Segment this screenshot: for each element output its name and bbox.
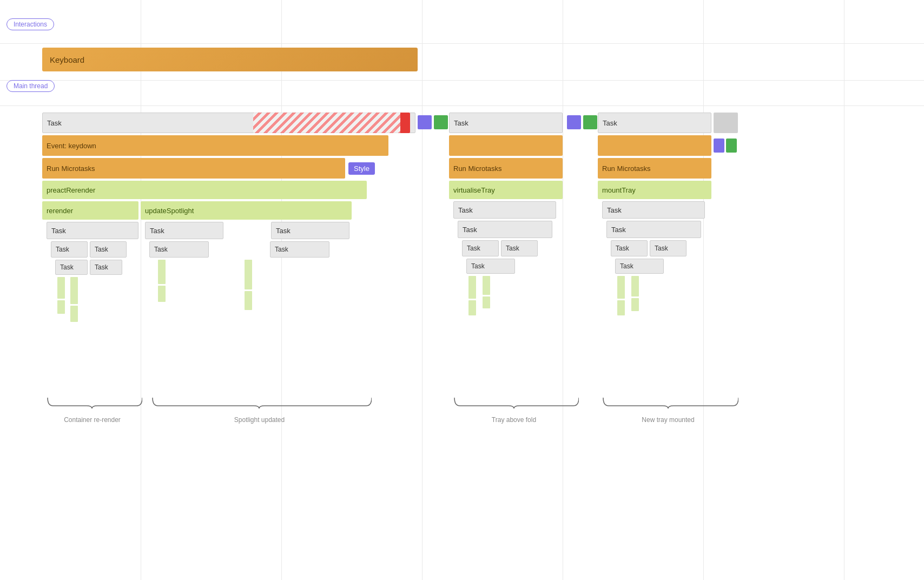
orange-bar-right2 [598, 135, 711, 156]
purple-square-left [418, 115, 432, 129]
main-thread-label: Main thread [6, 80, 55, 92]
left-section: Task Event: keydown Run Microtasks Style… [42, 113, 415, 324]
orange-bar-right1 [449, 135, 563, 156]
brace-container-2: Spotlight updated [147, 395, 372, 424]
hatch-overlay [253, 113, 410, 133]
mini-bar-r2-3 [631, 276, 639, 296]
style-button[interactable]: Style [348, 162, 375, 175]
right-section-1: Task Run Microtasks virtualiseTray Task … [449, 113, 579, 315]
run-microtasks-label-right1: Run Microtasks [453, 164, 502, 173]
task-label-left: Task [47, 119, 62, 127]
mini-bar-s3 [245, 260, 252, 289]
run-microtasks-label-left: Run Microtasks [47, 164, 95, 173]
task-m-small-1: Task [611, 240, 648, 256]
orange-row-right2 [598, 135, 738, 156]
gray-block-right2 [714, 113, 738, 133]
brace-label-2: Spotlight updated [147, 416, 372, 424]
preact-label: preactRerender [47, 186, 95, 194]
task-task-row-1: Task Task [51, 241, 138, 258]
mini-bar-4 [70, 306, 78, 322]
task-m-small-3: Task [615, 259, 664, 274]
brace-label-1: Container re-render [42, 416, 142, 424]
mini-bar-1 [57, 277, 65, 299]
microtasks-row-left: Run Microtasks Style [42, 158, 415, 179]
virtualise-label: virtualiseTray [453, 186, 495, 194]
spotlight-task-1: Task [145, 222, 223, 239]
mini-bar-s2 [158, 286, 166, 302]
task-m-small-2: Task [650, 240, 687, 256]
mini-bars-right2 [617, 276, 738, 315]
task-task-row-right2: Task Task [611, 240, 738, 256]
update-spotlight-label: updateSpotlight [145, 207, 194, 215]
task-small-1: Task [51, 241, 88, 258]
mini-bar-r2-1 [617, 276, 625, 299]
mini-bar-2 [57, 300, 65, 314]
squares-right1 [567, 115, 597, 129]
task-label-right1: Task [454, 119, 468, 127]
green-sq-right1 [583, 115, 597, 129]
mini-bar-r1-1 [468, 276, 476, 299]
spotlight-tasks-row: Task Task [145, 222, 362, 239]
spotlight-tasks-deep: Task Task [149, 241, 362, 258]
rerender-col: rerender Task Task Task Task [42, 201, 138, 322]
run-microtasks-label-right2: Run Microtasks [602, 164, 651, 173]
rerender-label: rerender [47, 207, 73, 215]
green-square-left [434, 115, 448, 129]
brace-label-right2: New tray mounted [598, 416, 738, 424]
task-small-4: Task [90, 260, 122, 275]
task-row-right2: Task [598, 113, 738, 133]
mount-tray-block: mountTray [598, 181, 711, 199]
brace-svg-right1 [449, 395, 579, 411]
green-sq-right2 [726, 139, 737, 153]
keyboard-label: Keyboard [50, 55, 84, 64]
update-spotlight-col: updateSpotlight Task Task Task Task [141, 201, 362, 322]
purple-sq-right1 [567, 115, 581, 129]
squares-right2 [714, 139, 737, 153]
mount-tray-label: mountTray [602, 186, 636, 194]
mini-bars-spotlight [154, 260, 362, 310]
task-label-right2: Task [603, 119, 617, 127]
mini-bar-r1-3 [483, 276, 490, 295]
task-task-row-right1: Task Task [462, 240, 579, 256]
brace-svg-2 [147, 395, 372, 411]
task-v-small-2: Task [501, 240, 538, 256]
run-microtasks-right1: Run Microtasks [449, 158, 563, 179]
brace-container-right2: New tray mounted [598, 395, 738, 424]
interactions-pill[interactable]: Interactions [6, 18, 54, 30]
event-keydown-label: Event: keydown [47, 142, 96, 150]
run-microtasks-left: Run Microtasks [42, 158, 345, 179]
task-v-small-3: Task [466, 259, 515, 274]
preact-rerender-block: preactRerender [42, 181, 367, 199]
mini-bar-r2-4 [631, 298, 639, 311]
spotlight-task-3: Task [149, 241, 209, 258]
task-mount-1: Task [602, 201, 705, 219]
mini-bar-s4 [245, 291, 252, 310]
event-keydown-block: Event: keydown [42, 135, 388, 156]
rerender-row: rerender Task Task Task Task [42, 201, 415, 322]
task-small-2: Task [90, 241, 127, 258]
task-small-3: Task [55, 260, 88, 275]
interactions-label: Interactions [6, 18, 54, 30]
task-block-right2: Task [598, 113, 711, 133]
keyboard-bar: Keyboard [42, 48, 418, 71]
task-row-right1: Task [449, 113, 579, 133]
mini-bar-r1-2 [468, 300, 476, 315]
main-thread-pill[interactable]: Main thread [6, 80, 55, 92]
task-task-row-2: Task Task [55, 260, 138, 275]
spotlight-task-2: Task [271, 222, 349, 239]
brace-svg-right2 [598, 395, 738, 411]
brace-svg-1 [42, 395, 142, 411]
task-virtualise-1: Task [453, 201, 556, 219]
hatch-pattern [253, 113, 410, 133]
task-row-left: Task [42, 113, 415, 133]
mini-bar-r1-4 [483, 296, 490, 308]
mini-bar-r2-2 [617, 300, 625, 315]
run-microtasks-right2: Run Microtasks [598, 158, 711, 179]
virtualise-tray-block: virtualiseTray [449, 181, 563, 199]
rerender-block: rerender [42, 201, 138, 220]
task-block-right1: Task [449, 113, 563, 133]
brace-container-right1: Tray above fold [449, 395, 579, 424]
mini-bars-rerender [57, 277, 138, 322]
red-corner [400, 113, 410, 133]
brace-label-right1: Tray above fold [449, 416, 579, 424]
